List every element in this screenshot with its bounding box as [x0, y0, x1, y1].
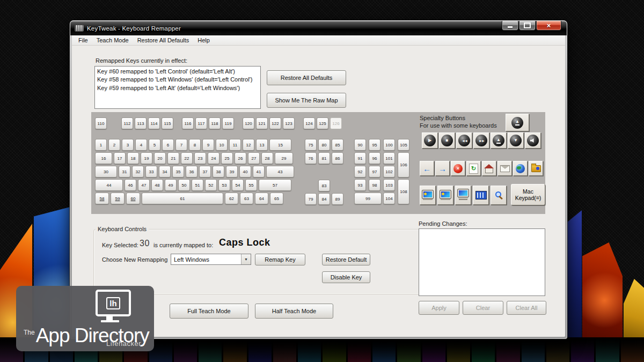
specialty-stop-button[interactable]: ×	[451, 161, 465, 176]
key-4[interactable]: 4	[135, 139, 147, 151]
key-123[interactable]: 123	[283, 117, 295, 129]
key-103[interactable]: 103	[383, 179, 395, 191]
key-49[interactable]: 49	[165, 179, 177, 191]
key-61[interactable]: 61	[142, 193, 223, 204]
specialty-next-track-button[interactable]: ►►	[473, 132, 489, 149]
key-44[interactable]: 44	[95, 179, 123, 191]
key-112[interactable]: 112	[121, 117, 133, 129]
key-35[interactable]: 35	[172, 166, 184, 178]
key-36[interactable]: 36	[186, 166, 197, 178]
key-31[interactable]: 31	[119, 166, 130, 178]
key-113[interactable]: 113	[135, 117, 147, 129]
key-47[interactable]: 47	[138, 179, 150, 191]
key-41[interactable]: 41	[253, 166, 265, 178]
key-99[interactable]: 99	[354, 193, 382, 204]
key-63[interactable]: 63	[240, 193, 253, 204]
key-91[interactable]: 91	[354, 152, 366, 164]
key-122[interactable]: 122	[269, 117, 281, 129]
key-90[interactable]: 90	[354, 139, 366, 151]
key-33[interactable]: 33	[145, 166, 157, 178]
mac-keypad-button[interactable]: Mac Keypad(=)	[511, 184, 545, 205]
key-9[interactable]: 9	[202, 139, 214, 151]
key-46[interactable]: 46	[125, 179, 136, 191]
key-32[interactable]: 32	[132, 166, 144, 178]
key-110[interactable]: 110	[95, 117, 107, 129]
key-13[interactable]: 13	[256, 139, 268, 151]
key-18[interactable]: 18	[127, 152, 139, 164]
key-96[interactable]: 96	[369, 152, 380, 164]
half-teach-mode-button[interactable]: Half Teach Mode	[255, 304, 333, 319]
key-28[interactable]: 28	[261, 152, 273, 164]
maximize-button[interactable]	[519, 21, 536, 31]
disable-key-button[interactable]: Disable Key	[322, 271, 370, 283]
key-108[interactable]: 108	[398, 179, 409, 204]
key-22[interactable]: 22	[181, 152, 193, 164]
key-121[interactable]: 121	[256, 117, 268, 129]
key-125[interactable]: 125	[317, 117, 328, 129]
key-15[interactable]: 15	[269, 139, 291, 151]
key-80[interactable]: 80	[318, 139, 330, 151]
key-86[interactable]: 86	[332, 152, 343, 164]
restore-all-defaults-button[interactable]: Restore All Defaults	[267, 70, 346, 85]
key-124[interactable]: 124	[303, 117, 315, 129]
specialty-eject-button[interactable]: ▲	[491, 132, 507, 149]
key-10[interactable]: 10	[216, 139, 228, 151]
key-64[interactable]: 64	[255, 193, 268, 204]
key-7[interactable]: 7	[175, 139, 187, 151]
remapped-key-entry[interactable]: Key #59 remapped to 'Left Alt' (default=…	[97, 84, 258, 92]
key-114[interactable]: 114	[148, 117, 160, 129]
key-3[interactable]: 3	[122, 139, 134, 151]
key-52[interactable]: 52	[205, 179, 217, 191]
key-26[interactable]: 26	[235, 152, 246, 164]
key-2[interactable]: 2	[108, 139, 120, 151]
key-39[interactable]: 39	[226, 166, 238, 178]
specialty-computer-button[interactable]	[455, 186, 471, 205]
key-104[interactable]: 104	[383, 193, 395, 204]
key-119[interactable]: 119	[222, 117, 234, 129]
key-1[interactable]: 1	[95, 139, 107, 151]
menu-file[interactable]: File	[74, 36, 92, 45]
key-116[interactable]: 116	[182, 117, 194, 129]
key-93[interactable]: 93	[354, 179, 366, 191]
show-raw-map-button[interactable]: Show Me The Raw Map	[267, 93, 346, 108]
key-98[interactable]: 98	[369, 179, 380, 191]
specialty-back-button[interactable]: ←	[420, 161, 434, 176]
specialty-eject-button[interactable]: ▲	[506, 114, 529, 131]
key-23[interactable]: 23	[194, 152, 206, 164]
key-89[interactable]: 89	[332, 193, 343, 205]
remapped-key-entry[interactable]: Key #58 remapped to 'Left Windows' (defa…	[97, 76, 258, 84]
specialty-mail-button[interactable]	[497, 161, 512, 176]
key-115[interactable]: 115	[162, 117, 173, 129]
key-43[interactable]: 43	[266, 166, 294, 178]
key-25[interactable]: 25	[221, 152, 233, 164]
specialty-volume-down-button[interactable]: ▼	[508, 132, 524, 149]
key-11[interactable]: 11	[229, 139, 241, 151]
menu-restore-all-defaults[interactable]: Restore All Defaults	[133, 36, 194, 45]
apply-button[interactable]: Apply	[419, 301, 459, 315]
close-button[interactable]: ×	[536, 21, 561, 31]
key-17[interactable]: 17	[114, 152, 126, 164]
specialty-web-button[interactable]	[513, 161, 528, 176]
key-84[interactable]: 84	[318, 193, 330, 205]
key-16[interactable]: 16	[95, 152, 112, 164]
key-6[interactable]: 6	[162, 139, 174, 151]
menu-help[interactable]: Help	[193, 36, 214, 45]
key-24[interactable]: 24	[208, 152, 219, 164]
key-92[interactable]: 92	[354, 166, 366, 178]
key-97[interactable]: 97	[369, 166, 380, 178]
specialty-folder-button[interactable]	[529, 161, 543, 176]
key-55[interactable]: 55	[245, 179, 257, 191]
specialty-stop-button[interactable]: ■	[439, 132, 455, 149]
key-53[interactable]: 53	[218, 179, 230, 191]
key-62[interactable]: 62	[225, 193, 238, 204]
key-38[interactable]: 38	[213, 166, 224, 178]
key-101[interactable]: 101	[383, 152, 395, 164]
key-106[interactable]: 106	[398, 152, 409, 178]
key-48[interactable]: 48	[151, 179, 163, 191]
minimize-button[interactable]	[502, 21, 518, 31]
key-19[interactable]: 19	[141, 152, 152, 164]
key-105[interactable]: 105	[398, 139, 409, 151]
key-27[interactable]: 27	[248, 152, 260, 164]
remapped-keys-listbox[interactable]: Key #60 remapped to 'Left Control' (defa…	[94, 66, 261, 109]
key-120[interactable]: 120	[243, 117, 254, 129]
